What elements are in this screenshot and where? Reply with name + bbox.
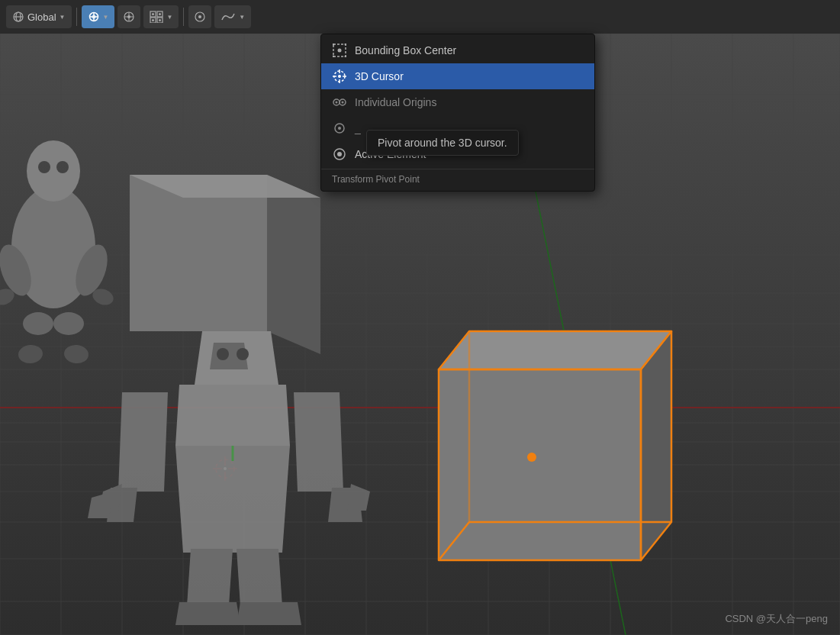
bounding-box-icon [332, 43, 347, 58]
snap-options-button[interactable]: ▼ [143, 5, 179, 28]
watermark-text: CSDN @天人合一peng [725, 613, 828, 624]
pivot-point-section-label: Transform Pivot Point [321, 169, 594, 188]
proportional-button[interactable] [188, 5, 211, 28]
individual-label: Individual Origins [355, 96, 436, 108]
separator-2 [183, 8, 184, 26]
svg-marker-82 [118, 392, 168, 492]
cursor-3d-icon [332, 69, 347, 84]
cursor-3d-label: 3D Cursor [355, 70, 404, 82]
proportional-icon [194, 11, 206, 23]
svg-point-15 [152, 13, 154, 15]
snap-options-icon [150, 11, 163, 23]
svg-point-109 [333, 44, 335, 46]
active-element-icon [332, 147, 347, 162]
svg-marker-99 [641, 331, 671, 560]
menu-item-3d-cursor[interactable]: 3D Cursor [321, 63, 594, 89]
svg-point-118 [338, 75, 341, 78]
median-icon [332, 121, 347, 136]
svg-point-108 [338, 49, 342, 53]
pivot-container: ▼ [82, 5, 115, 28]
pivot-arrow: ▼ [103, 14, 109, 21]
falloff-icon [220, 11, 236, 23]
section-title: Transform Pivot Point [332, 174, 420, 185]
svg-point-110 [345, 44, 347, 46]
svg-point-121 [336, 102, 338, 104]
svg-point-67 [23, 312, 53, 335]
separator-1 [76, 8, 77, 26]
falloff-button[interactable]: ▼ [214, 5, 251, 28]
svg-point-72 [56, 161, 69, 173]
individual-icon [332, 95, 347, 110]
svg-marker-59 [267, 175, 320, 354]
svg-marker-79 [175, 446, 290, 553]
svg-point-124 [338, 127, 341, 130]
svg-point-68 [53, 312, 84, 335]
global-transform-button[interactable]: Global ▼ [6, 5, 72, 28]
svg-point-94 [217, 348, 229, 360]
top-toolbar: Global ▼ ▼ [0, 0, 840, 34]
svg-point-106 [527, 453, 536, 462]
svg-point-18 [159, 19, 161, 21]
watermark: CSDN @天人合一peng [725, 612, 828, 626]
transform-icon [12, 11, 24, 23]
falloff-arrow: ▼ [239, 14, 245, 21]
svg-marker-98 [439, 331, 671, 369]
viewport: Global ▼ ▼ [0, 0, 840, 635]
menu-item-individual[interactable]: Individual Origins [321, 89, 594, 115]
svg-marker-89 [187, 549, 233, 606]
dropdown-menu: Bounding Box Center 3D Cursor [320, 34, 595, 192]
svg-marker-83 [294, 392, 343, 492]
svg-point-17 [152, 19, 154, 21]
svg-marker-58 [130, 175, 267, 331]
snap-button[interactable] [117, 5, 140, 28]
pivot-point-button[interactable]: ▼ [82, 5, 115, 28]
bounding-box-label: Bounding Box Center [355, 44, 456, 56]
svg-point-62 [27, 140, 80, 201]
svg-marker-90 [237, 549, 282, 606]
svg-point-16 [159, 13, 161, 15]
menu-item-bounding-box[interactable]: Bounding Box Center [321, 37, 594, 63]
median-label: _ [355, 122, 361, 134]
svg-marker-92 [237, 602, 301, 625]
svg-point-71 [38, 161, 50, 173]
svg-point-20 [198, 15, 201, 18]
svg-marker-91 [175, 602, 240, 625]
cursor-icon-toolbar [88, 11, 100, 23]
svg-point-111 [333, 56, 335, 58]
global-arrow: ▼ [60, 14, 66, 21]
snap-options-arrow: ▼ [166, 14, 172, 21]
svg-point-126 [337, 152, 342, 156]
svg-point-112 [345, 56, 347, 58]
global-label: Global [27, 11, 56, 23]
tooltip: Pivot around the 3D cursor. [366, 130, 519, 156]
svg-point-95 [237, 348, 249, 360]
svg-point-122 [342, 102, 344, 104]
snap-icon [123, 11, 135, 23]
svg-marker-80 [175, 385, 290, 446]
tooltip-text: Pivot around the 3D cursor. [378, 137, 507, 149]
